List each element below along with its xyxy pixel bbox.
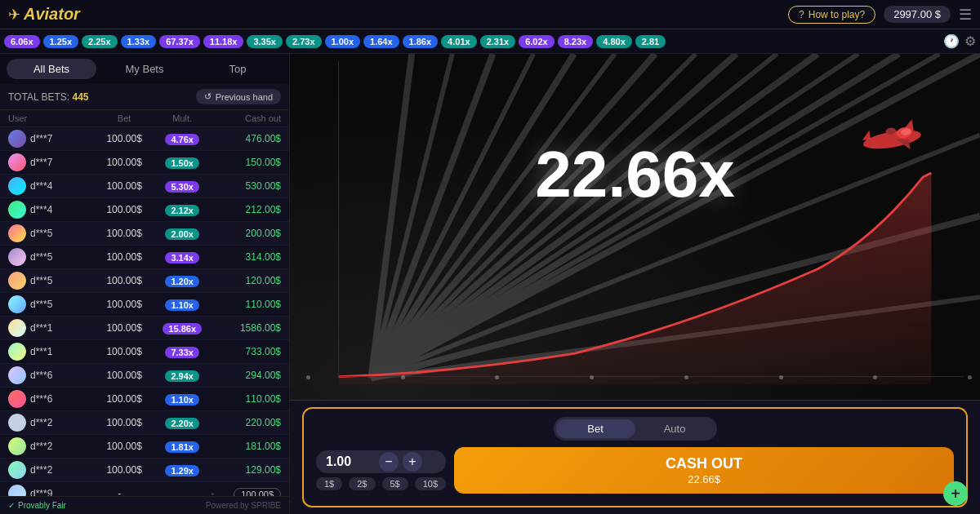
increase-amount-button[interactable]: + (403, 452, 422, 472)
axis-dot (401, 375, 405, 379)
logo-plane-icon: ✈ (8, 6, 20, 24)
avatar (8, 272, 26, 290)
username: d***5 (30, 251, 52, 263)
cashout-pending-cell: 100.00$ (214, 486, 281, 496)
bets-tab-all-bets[interactable]: All Bets (7, 59, 96, 79)
avatar (8, 295, 26, 313)
avatar (8, 153, 26, 171)
multiplier-badge-16[interactable]: 2.81 (635, 35, 666, 48)
total-bets-label: TOTAL BETS: (8, 91, 69, 103)
left-panel: All BetsMy BetsTop TOTAL BETS: 445 ↺ Pre… (0, 54, 290, 514)
prev-hand-button[interactable]: ↺ Previous hand (196, 89, 281, 104)
ctrl-tab-bet[interactable]: Bet (556, 419, 635, 438)
avatar (8, 201, 26, 219)
avatar (8, 319, 26, 337)
col-mult-label: Mult. (154, 113, 212, 123)
quick-amount-10$[interactable]: 10$ (415, 477, 446, 490)
cashout-cell: 110.00$ (212, 393, 281, 405)
bets-tab-top[interactable]: Top (193, 59, 283, 79)
username: d***2 (30, 417, 52, 428)
cashout-cell: 1586.00$ (212, 322, 281, 334)
avatar (8, 437, 26, 455)
cashout-cell: 110.00$ (212, 299, 281, 310)
quick-amount-1$[interactable]: 1$ (316, 477, 342, 490)
decrease-amount-button[interactable]: − (379, 452, 399, 472)
table-row: d***2 100.00$ 2.20x 220.00$ (0, 411, 289, 435)
multiplier-badge-0[interactable]: 6.06x (4, 35, 40, 48)
main-layout: All BetsMy BetsTop TOTAL BETS: 445 ↺ Pre… (0, 54, 980, 514)
axis-dots (306, 375, 972, 379)
bet-mult-cell: 1.50x (154, 155, 212, 170)
multiplier-badge-7[interactable]: 2.73x (286, 35, 322, 48)
table-row: d***7 100.00$ 4.76x 476.00$ (0, 127, 289, 151)
total-bets-count: 445 (72, 91, 88, 103)
multiplier-badge-14[interactable]: 8.23x (558, 35, 594, 48)
cash-out-button[interactable]: CASH OUT 22.66$ (454, 447, 954, 494)
multiplier-badge-12[interactable]: 2.31x (480, 35, 516, 48)
user-cell: d***1 (8, 319, 96, 337)
user-cell: d***4 (8, 201, 96, 219)
multiplier-badge-5[interactable]: 11.18x (203, 35, 244, 48)
username: d***2 (30, 464, 52, 476)
multiplier-badge-8[interactable]: 1.00x (325, 35, 361, 48)
axis-dot (684, 375, 688, 379)
bet-amount: 100.00$ (96, 441, 154, 452)
table-row: d***5 100.00$ 1.20x 120.00$ (0, 269, 289, 293)
bet-amount: 100.00$ (96, 204, 154, 215)
bet-mult-cell: 3.14x (154, 250, 212, 264)
multiplier-badge-10[interactable]: 1.86x (403, 35, 439, 48)
col-user-label: User (8, 113, 96, 123)
amount-input[interactable] (326, 454, 375, 469)
menu-icon[interactable]: ☰ (959, 6, 972, 24)
add-bet-button[interactable]: + (943, 481, 968, 506)
avatar (8, 485, 26, 496)
multiplier-badge-6[interactable]: 3.35x (247, 35, 283, 48)
user-cell: d***6 (8, 366, 96, 384)
history-icon[interactable]: 🕐 (943, 33, 960, 49)
avatar (8, 366, 26, 384)
bet-mult-cell: 4.76x (154, 131, 212, 146)
user-cell: d***4 (8, 177, 96, 195)
col-bet-label: Bet (96, 113, 154, 123)
multiplier-badge-2[interactable]: 2.25x (82, 35, 118, 48)
table-row: d***4 100.00$ 5.30x 530.00$ (0, 175, 289, 198)
user-cell: d***5 (8, 224, 96, 242)
how-to-play-button[interactable]: ? How to play? (788, 6, 875, 24)
multiplier-badge-15[interactable]: 4.80x (596, 35, 632, 48)
multiplier-badge-11[interactable]: 4.01x (441, 35, 477, 48)
mult-pill: 2.12x (165, 205, 199, 216)
game-canvas: 22.66x (290, 54, 980, 400)
avatar (8, 390, 26, 408)
bet-mult-pending: - (147, 488, 214, 496)
bets-tab-my-bets[interactable]: My Bets (100, 59, 189, 79)
axis-dot (968, 375, 972, 379)
cashout-cell: 314.00$ (212, 251, 281, 263)
cashout-cell: 476.00$ (212, 133, 281, 144)
mult-pill: 1.29x (165, 465, 199, 476)
user-cell: d***1 (8, 343, 96, 361)
multiplier-badge-13[interactable]: 6.02x (519, 35, 555, 48)
mult-pill: 15.86x (163, 323, 202, 335)
quick-amount-2$[interactable]: 2$ (349, 477, 375, 490)
user-cell: d***7 (8, 153, 96, 171)
username: d***1 (30, 346, 52, 357)
cashout-cell: 220.00$ (212, 417, 281, 428)
controls-row: − + 1$2$5$10$ CASH OUT 22.66$ (316, 447, 954, 494)
quick-amount-5$[interactable]: 5$ (382, 477, 408, 490)
bet-amount: 100.00$ (96, 322, 154, 334)
user-cell: d***2 (8, 414, 96, 432)
user-cell: d***9 (8, 485, 91, 496)
bet-amount: 100.00$ (96, 417, 154, 428)
multiplier-badge-1[interactable]: 1.25x (43, 35, 79, 48)
multiplier-badge-9[interactable]: 1.64x (363, 35, 399, 48)
quick-amounts: 1$2$5$10$ (316, 477, 446, 490)
bet-mult-cell: 1.10x (154, 297, 212, 312)
multiplier-badge-3[interactable]: 1.33x (121, 35, 157, 48)
bet-amount: 100.00$ (96, 157, 154, 168)
multiplier-badge-4[interactable]: 67.37x (159, 35, 200, 48)
table-row: d***6 100.00$ 1.10x 110.00$ (0, 388, 289, 411)
user-cell: d***6 (8, 390, 96, 408)
settings-icon[interactable]: ⚙ (964, 33, 976, 49)
table-row: d***9 - - 100.00$ (0, 482, 289, 496)
ctrl-tab-auto[interactable]: Auto (635, 419, 715, 438)
